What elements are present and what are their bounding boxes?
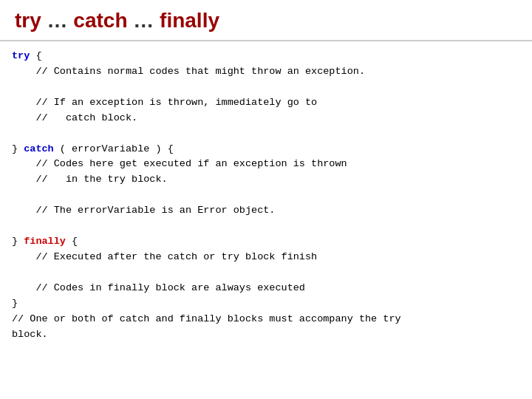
code-line-9: // in the try block. (12, 172, 520, 188)
code-line-19: block. (12, 327, 520, 343)
code-line-3 (12, 80, 520, 95)
title-finally: finally (160, 9, 219, 32)
code-line-12 (12, 219, 520, 234)
code-line-18: // One or both of catch and finally bloc… (12, 312, 520, 327)
code-line-17: } (12, 296, 520, 312)
title-try: try (15, 9, 41, 32)
code-line-16: // Codes in finally block are always exe… (12, 281, 520, 296)
code-line-10 (12, 188, 520, 203)
code-line-15 (12, 265, 520, 281)
code-line-4: // If an exception is thrown, immediatel… (12, 95, 520, 111)
code-line-7: } catch ( errorVariable ) { (12, 142, 520, 157)
title-ellipsis1: … (47, 9, 74, 32)
code-line-1: try { (12, 49, 520, 64)
code-line-2: // Contains normal codes that might thro… (12, 64, 520, 80)
code-line-8: // Codes here get executed if an excepti… (12, 157, 520, 172)
title-ellipsis2: … (133, 9, 160, 32)
title-catch: catch (73, 9, 127, 32)
code-line-13: } finally { (12, 234, 520, 250)
code-line-11: // The errorVariable is an Error object. (12, 203, 520, 219)
slide-title: try … catch … finally (15, 9, 517, 33)
code-line-6 (12, 126, 520, 142)
code-line-14: // Executed after the catch or try block… (12, 250, 520, 265)
slide-header: try … catch … finally (0, 0, 532, 40)
code-block: try { // Contains normal codes that migh… (0, 40, 532, 350)
code-line-5: // catch block. (12, 111, 520, 126)
